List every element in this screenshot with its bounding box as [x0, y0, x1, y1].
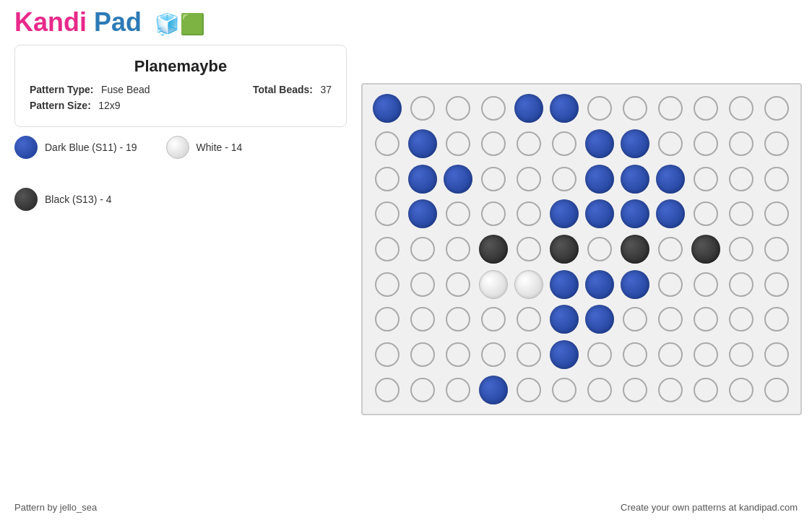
- bead-7-9: [694, 342, 718, 367]
- cell-6-2: [441, 303, 475, 337]
- cell-0-4: [511, 92, 545, 126]
- cell-3-5: [547, 197, 581, 231]
- bead-0-3: [481, 96, 506, 121]
- pattern-size-value: 12x9: [98, 100, 120, 111]
- cell-8-6: [582, 373, 616, 407]
- bead-5-8: [658, 272, 683, 297]
- total-beads-value: 37: [320, 84, 332, 95]
- white-label: White - 14: [196, 142, 243, 153]
- cell-7-6: [582, 338, 616, 372]
- cell-8-8: [653, 373, 687, 407]
- bead-7-1: [410, 342, 435, 367]
- bead-3-4: [517, 202, 541, 226]
- bead-1-1: [408, 129, 437, 158]
- cell-7-3: [476, 338, 510, 372]
- logo-icons: 🧊🟩: [155, 13, 205, 35]
- bead-4-9: [691, 235, 720, 264]
- bead-1-4: [517, 131, 541, 156]
- bead-4-5: [550, 235, 579, 264]
- legend-item-black: Black (S13) - 4: [14, 188, 112, 211]
- black-label: Black (S13) - 4: [45, 194, 112, 205]
- bead-5-9: [694, 272, 718, 297]
- bead-7-0: [375, 342, 399, 367]
- bead-5-7: [621, 270, 649, 299]
- bead-5-0: [375, 272, 399, 297]
- bead-1-7: [621, 129, 649, 158]
- cell-2-3: [476, 162, 510, 196]
- cell-1-5: [547, 127, 581, 161]
- cell-1-9: [688, 127, 722, 161]
- bead-3-0: [375, 202, 399, 226]
- cell-0-11: [759, 92, 793, 126]
- bead-4-2: [446, 237, 470, 261]
- bead-1-6: [585, 129, 614, 158]
- bead-7-3: [481, 342, 506, 367]
- cell-2-6: [582, 162, 616, 196]
- bead-6-7: [623, 307, 647, 332]
- cell-3-8: [653, 197, 687, 231]
- cell-2-4: [511, 162, 545, 196]
- bead-6-10: [729, 307, 753, 332]
- bead-6-1: [410, 307, 435, 332]
- cell-0-9: [688, 92, 722, 126]
- cell-3-6: [582, 197, 616, 231]
- bead-6-0: [375, 307, 399, 332]
- bead-2-3: [481, 167, 506, 191]
- bead-grid: [361, 83, 802, 415]
- bead-7-8: [658, 342, 683, 367]
- cell-4-0: [370, 233, 404, 266]
- cell-3-3: [476, 197, 510, 231]
- bead-5-5: [550, 270, 579, 299]
- cell-5-0: [370, 267, 404, 301]
- cell-3-10: [724, 197, 758, 231]
- cell-1-2: [441, 127, 475, 161]
- cell-2-2: [441, 162, 475, 196]
- cell-4-11: [759, 233, 793, 266]
- cell-5-10: [724, 267, 758, 301]
- bead-4-11: [764, 237, 789, 261]
- bead-6-2: [446, 307, 470, 332]
- bead-7-6: [587, 342, 612, 367]
- cell-3-1: [405, 197, 439, 231]
- bead-8-4: [517, 378, 541, 402]
- bead-8-11: [764, 378, 789, 402]
- cell-0-0: [370, 92, 404, 126]
- bead-0-2: [446, 96, 470, 121]
- cell-8-7: [618, 373, 652, 407]
- bead-7-2: [446, 342, 470, 367]
- cell-8-4: [511, 373, 545, 407]
- dark-blue-label: Dark Blue (S11) - 19: [45, 142, 137, 153]
- bead-8-0: [375, 378, 399, 402]
- cell-6-1: [405, 303, 439, 337]
- bead-1-0: [375, 131, 399, 156]
- footer: Pattern by jello_sea Create your own pat…: [0, 495, 812, 520]
- cell-6-7: [618, 303, 652, 337]
- cell-8-1: [405, 373, 439, 407]
- cell-0-2: [441, 92, 475, 126]
- cell-7-10: [724, 338, 758, 372]
- logo: Kandi Pad 🧊🟩: [14, 7, 205, 38]
- pattern-type-value: Fuse Bead: [101, 84, 150, 95]
- bead-2-5: [552, 167, 576, 191]
- cell-4-3: [476, 233, 510, 266]
- bead-2-6: [585, 165, 614, 194]
- cell-2-9: [688, 162, 722, 196]
- cell-6-9: [688, 303, 722, 337]
- cell-5-11: [759, 267, 793, 301]
- bead-1-9: [694, 131, 718, 156]
- info-card: Planemaybe Pattern Type: Fuse Bead Total…: [14, 45, 347, 127]
- header: Kandi Pad 🧊🟩: [0, 0, 354, 45]
- cell-6-0: [370, 303, 404, 337]
- cell-3-7: [618, 197, 652, 231]
- cell-5-6: [582, 267, 616, 301]
- bead-8-5: [552, 378, 576, 402]
- bead-7-7: [623, 342, 647, 367]
- bead-1-11: [764, 131, 789, 156]
- bead-3-3: [481, 202, 506, 226]
- bead-2-9: [694, 167, 718, 191]
- cell-0-10: [724, 92, 758, 126]
- bead-2-4: [517, 167, 541, 191]
- bead-3-1: [408, 199, 437, 228]
- bead-4-3: [479, 235, 508, 264]
- cell-1-8: [653, 127, 687, 161]
